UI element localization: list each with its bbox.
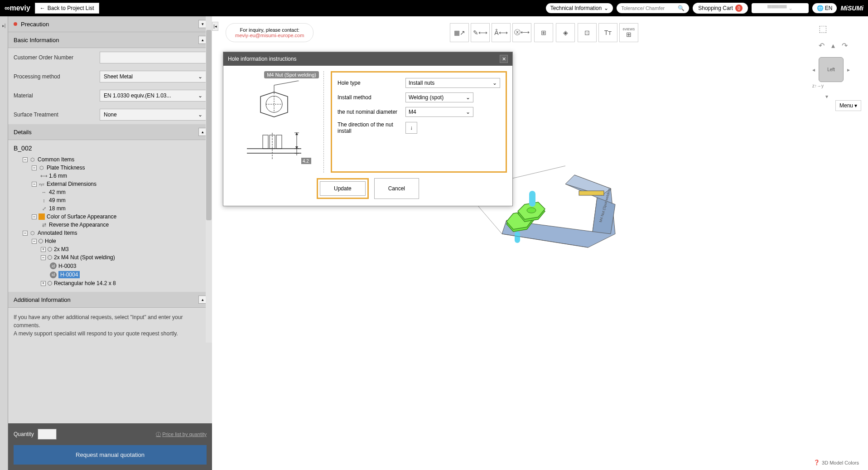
tree-node-external-dims[interactable]: − xyz External Dimensions [14, 180, 207, 188]
install-method-select[interactable]: Welding (spot) ⌄ [405, 92, 473, 102]
tree-toggle[interactable]: − [32, 165, 37, 170]
language-button[interactable]: 🌐 EN [812, 3, 837, 13]
material-select[interactable]: EN 1.0330 equiv.(EN 1.03... ⌄ [100, 90, 207, 102]
dialog-body: M4 Nut (Spot welding) [223, 66, 512, 178]
precaution-panel-header[interactable]: Precaution ▾ [8, 16, 212, 32]
tree-label: 1.6 mm [49, 173, 67, 179]
nut-diameter-row: the nut nominal diameter M4 ⌄ [338, 107, 500, 117]
tree-label: Common Items [38, 156, 74, 163]
search-input[interactable] [621, 5, 675, 11]
surface-label: Surface Treatment [14, 111, 95, 118]
tree-node-h0003[interactable]: id H-0003 [14, 262, 207, 270]
tree-node-m4nut[interactable]: − 2x M4 Nut (Spot welding) [14, 253, 207, 262]
details-tree: B_002 − ⬡ Common Items − ⬡ Plate Thickne… [8, 140, 212, 292]
nut-direction-row: The direction of the nut install ↓ [338, 121, 500, 134]
tree-label: Hole [45, 238, 56, 244]
tree-node-color-surface[interactable]: − Color of Surface Appearance [14, 213, 207, 221]
reverse-icon: ⇄ [41, 222, 47, 228]
tree-node-m3[interactable]: + 2x M3 [14, 245, 207, 253]
tree-toggle[interactable]: − [32, 182, 37, 187]
text-tool[interactable]: Tᴛ [598, 23, 617, 42]
sidebar: Precaution ▾ Basic Information ▴ Custome… [8, 16, 212, 470]
search-icon[interactable]: 🔍 [678, 5, 685, 11]
tree-node-h0004[interactable]: id H-0004 [14, 270, 207, 279]
grid-tool[interactable]: ⊞ [534, 23, 553, 42]
tree-toggle[interactable]: + [41, 247, 46, 252]
tree-node-dim-z[interactable]: ⤢ 18 mm [14, 204, 207, 213]
rotate-left-icon[interactable]: ↶ [819, 41, 825, 50]
tree-node-thickness-value[interactable]: ⟷ 1.6 mm [14, 172, 207, 180]
nut-direction-button[interactable]: ↓ [405, 122, 417, 134]
tree-toggle[interactable]: − [41, 255, 46, 260]
sidebar-collapse-left[interactable]: ▸| [0, 16, 8, 470]
quantity-select[interactable]: 1 ⌄ [38, 429, 57, 440]
tree-label: Color of Surface Appearance [47, 213, 116, 220]
tree-node-common[interactable]: − ⬡ Common Items [14, 155, 207, 164]
customer-order-input[interactable] [100, 52, 207, 63]
tree-toggle[interactable]: − [23, 157, 28, 162]
inquiry-email-link[interactable]: meviy-eu@misumi-europe.com [235, 33, 304, 38]
down-arrow-icon[interactable]: ▾ [825, 93, 828, 100]
delete-dimension-tool[interactable]: ⓧ⟷ [512, 23, 531, 42]
tree-node-dim-y[interactable]: ↕ 49 mm [14, 196, 207, 204]
cancel-button[interactable]: Cancel [374, 178, 419, 199]
viewport-menu-button[interactable]: Menu ▾ [835, 100, 861, 111]
up-arrow-icon[interactable]: ▴ [831, 41, 835, 50]
tree-toggle[interactable]: + [41, 281, 46, 286]
addl-line1: If you have any other additional request… [14, 313, 207, 329]
rotate-right-icon[interactable]: ↷ [842, 41, 848, 50]
tree-toggle[interactable]: − [32, 239, 37, 244]
back-to-projects-button[interactable]: ← Back to Project List [35, 3, 99, 14]
tree-node-rect-hole[interactable]: + Rectangular hole 14.2 x 8 [14, 279, 207, 287]
processing-method-select[interactable]: Sheet Metal ⌄ [100, 71, 207, 82]
view-cube-face: Left [827, 67, 835, 72]
view-cube[interactable]: Left z↑→y [819, 57, 844, 82]
chevron-down-icon: ⌄ [198, 111, 203, 118]
details-panel-header[interactable]: Details ▴ [8, 124, 212, 140]
3d-viewport[interactable]: |◂ For inquiry, please contact: meviy-eu… [212, 16, 868, 470]
auto-dimension-tool[interactable]: ▦↗ [450, 23, 469, 42]
y-dim-icon: ↕ [41, 197, 47, 204]
tree-node-dim-x[interactable]: ↔ 42 mm [14, 188, 207, 196]
search-box[interactable]: 🔍 [617, 3, 689, 13]
tree-node-annotated[interactable]: − ⬡ Annotated Items [14, 229, 207, 237]
hole-type-select[interactable]: Install nuts ⌄ [405, 78, 500, 88]
tree-node-plate-thickness[interactable]: − ⬡ Plate Thickness [14, 164, 207, 172]
sidebar-collapse-right[interactable]: |◂ [212, 22, 218, 31]
view-cube-icon[interactable]: ⬚ [819, 23, 827, 34]
technical-info-dropdown[interactable]: Technical Information ⌄ [546, 3, 613, 13]
chevron-down-icon: ⌄ [604, 5, 608, 11]
material-row: Material EN 1.0330 equiv.(EN 1.03... ⌄ [8, 86, 212, 105]
sidebar-scroll[interactable]: Precaution ▾ Basic Information ▴ Custome… [8, 16, 212, 423]
user-menu[interactable]: ▀▀▀▀▀ ⌄ [752, 3, 809, 13]
tree-toggle[interactable]: − [23, 231, 28, 236]
surface-value: None [104, 111, 117, 118]
additional-info-panel-header[interactable]: Additional Information ▴ [8, 292, 212, 308]
layer-tool[interactable]: ◈ [556, 23, 575, 42]
request-quote-button[interactable]: Request manual quotation [14, 445, 207, 465]
tree-toggle[interactable]: − [32, 214, 37, 219]
linear-dimension-tool[interactable]: ✎⟷ [471, 23, 490, 42]
shopping-cart-button[interactable]: Shopping Cart 0 [693, 3, 748, 14]
nut-diameter-select[interactable]: M4 ⌄ [405, 107, 473, 117]
measure-tool[interactable]: ⊡ [578, 23, 597, 42]
tree-node-hole[interactable]: − Hole [14, 237, 207, 245]
left-arrow-icon[interactable]: ◂ [812, 67, 815, 73]
tree-label: Rectangular hole 14.2 x 8 [54, 280, 116, 286]
views-tool[interactable]: 6VIEWS⊞ [619, 23, 638, 42]
scrollbar-thumb[interactable] [206, 30, 212, 220]
price-list-link[interactable]: ⓘ Price list by quantity [156, 431, 207, 438]
circle-icon [39, 239, 43, 243]
cart-count-badge: 0 [735, 5, 743, 12]
right-arrow-icon[interactable]: ▸ [847, 67, 850, 73]
surface-treatment-row: Surface Treatment None ⌄ [8, 105, 212, 124]
tree-node-reverse[interactable]: ⇄ Reverse the Appearance [14, 221, 207, 229]
3d-colors-link[interactable]: ❓ 3D Model Colors [814, 460, 859, 465]
basic-info-panel-header[interactable]: Basic Information ▴ [8, 32, 212, 48]
update-button[interactable]: Update [320, 181, 366, 196]
svg-line-17 [274, 81, 299, 85]
tree-label: 49 mm [49, 197, 66, 204]
surface-select[interactable]: None ⌄ [100, 109, 207, 121]
dialog-close-button[interactable]: ✕ [500, 55, 508, 63]
angle-dimension-tool[interactable]: Â⟷ [492, 23, 511, 42]
